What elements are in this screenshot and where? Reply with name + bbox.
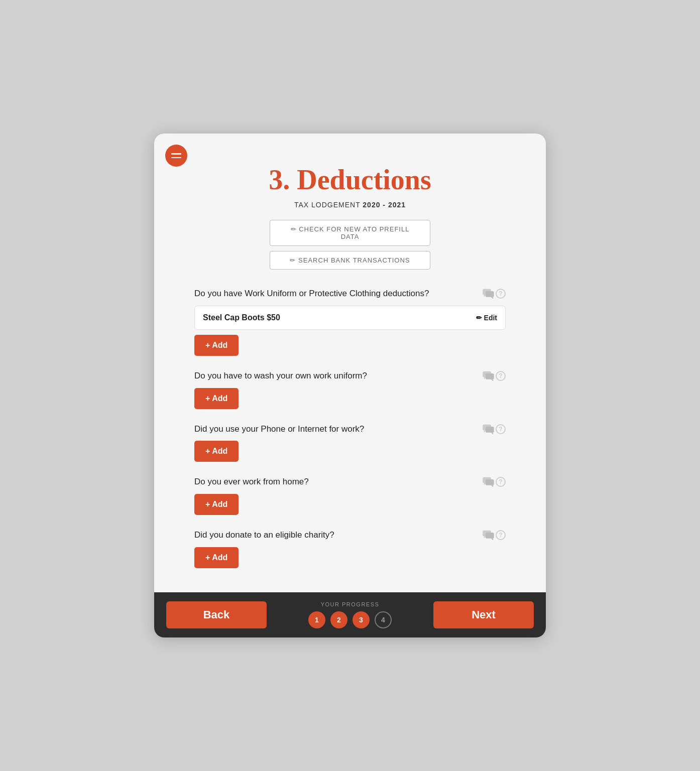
help-icon: ?: [482, 477, 506, 487]
page-title: 3. Deductions: [194, 164, 506, 196]
progress-dots: 1 2 3 4: [308, 611, 392, 628]
add-button-work-uniform[interactable]: + Add: [194, 335, 239, 356]
add-button-wash-uniform[interactable]: + Add: [194, 388, 239, 409]
progress-step-2[interactable]: 2: [330, 611, 347, 628]
action-buttons: ✏ CHECK FOR NEW ATO PREFILL DATA ✏ SEARC…: [194, 220, 506, 270]
question-phone-internet: Did you use your Phone or Internet for w…: [194, 423, 506, 462]
svg-rect-2: [486, 291, 494, 297]
chat-bubble-icon: [482, 530, 494, 540]
question-text: Do you have Work Uniform or Protective C…: [194, 288, 477, 300]
menu-icon: [171, 157, 181, 159]
help-icon: ?: [482, 289, 506, 299]
back-button[interactable]: Back: [166, 601, 267, 628]
svg-rect-14: [486, 479, 494, 485]
chat-bubble-icon: [482, 289, 494, 299]
app-container: 3. Deductions TAX LODGEMENT 2020 - 2021 …: [154, 134, 546, 637]
chat-bubble-icon: [482, 424, 494, 434]
question-header: Do you have Work Uniform or Protective C…: [194, 288, 506, 300]
question-mark-icon[interactable]: ?: [496, 530, 506, 540]
edit-button[interactable]: ✏ Edit: [476, 314, 497, 322]
progress-label: YOUR PROGRESS: [321, 601, 380, 607]
question-text: Do you have to wash your own work unifor…: [194, 370, 477, 382]
question-header: Did you use your Phone or Internet for w…: [194, 423, 506, 435]
questions-list: Do you have Work Uniform or Protective C…: [194, 288, 506, 568]
question-text: Did you donate to an eligible charity?: [194, 529, 477, 541]
question-charity: Did you donate to an eligible charity? ?…: [194, 529, 506, 568]
add-button-phone-internet[interactable]: + Add: [194, 441, 239, 462]
menu-icon: [171, 153, 181, 155]
check-prefill-button[interactable]: ✏ CHECK FOR NEW ATO PREFILL DATA: [270, 220, 430, 246]
progress-section: YOUR PROGRESS 1 2 3 4: [308, 601, 392, 628]
question-text: Did you use your Phone or Internet for w…: [194, 423, 477, 435]
progress-step-3[interactable]: 3: [353, 611, 370, 628]
item-name: Steel Cap Boots $50: [203, 313, 280, 322]
question-text: Do you ever work from home?: [194, 476, 477, 488]
add-button-work-from-home[interactable]: + Add: [194, 494, 239, 515]
svg-rect-10: [486, 427, 494, 433]
question-mark-icon[interactable]: ?: [496, 289, 506, 299]
progress-step-4[interactable]: 4: [375, 611, 392, 628]
search-bank-button[interactable]: ✏ SEARCH BANK TRANSACTIONS: [270, 251, 430, 270]
question-work-from-home: Do you ever work from home? ? + Add: [194, 476, 506, 515]
svg-rect-18: [486, 533, 494, 539]
main-content: 3. Deductions TAX LODGEMENT 2020 - 2021 …: [154, 134, 546, 592]
svg-marker-11: [491, 432, 493, 434]
subtitle: TAX LODGEMENT 2020 - 2021: [194, 201, 506, 209]
question-mark-icon[interactable]: ?: [496, 477, 506, 487]
question-work-uniform: Do you have Work Uniform or Protective C…: [194, 288, 506, 356]
question-mark-icon[interactable]: ?: [496, 371, 506, 381]
question-wash-uniform: Do you have to wash your own work unifor…: [194, 370, 506, 409]
next-button[interactable]: Next: [433, 601, 534, 628]
question-header: Do you have to wash your own work unifor…: [194, 370, 506, 382]
svg-rect-6: [486, 373, 494, 379]
svg-marker-15: [491, 485, 493, 487]
question-header: Did you donate to an eligible charity? ?: [194, 529, 506, 541]
chat-bubble-icon: [482, 477, 494, 487]
add-button-charity[interactable]: + Add: [194, 547, 239, 568]
svg-marker-19: [491, 539, 493, 540]
question-mark-icon[interactable]: ?: [496, 424, 506, 434]
help-icon: ?: [482, 424, 506, 434]
question-header: Do you ever work from home? ?: [194, 476, 506, 488]
progress-step-1[interactable]: 1: [308, 611, 325, 628]
chat-bubble-icon: [482, 371, 494, 381]
item-row: Steel Cap Boots $50 ✏ Edit: [194, 306, 506, 330]
svg-marker-3: [491, 297, 493, 299]
menu-button[interactable]: [165, 145, 187, 167]
help-icon: ?: [482, 530, 506, 540]
help-icon: ?: [482, 371, 506, 381]
svg-marker-7: [491, 379, 493, 380]
footer: Back YOUR PROGRESS 1 2 3 4 Next: [154, 592, 546, 637]
